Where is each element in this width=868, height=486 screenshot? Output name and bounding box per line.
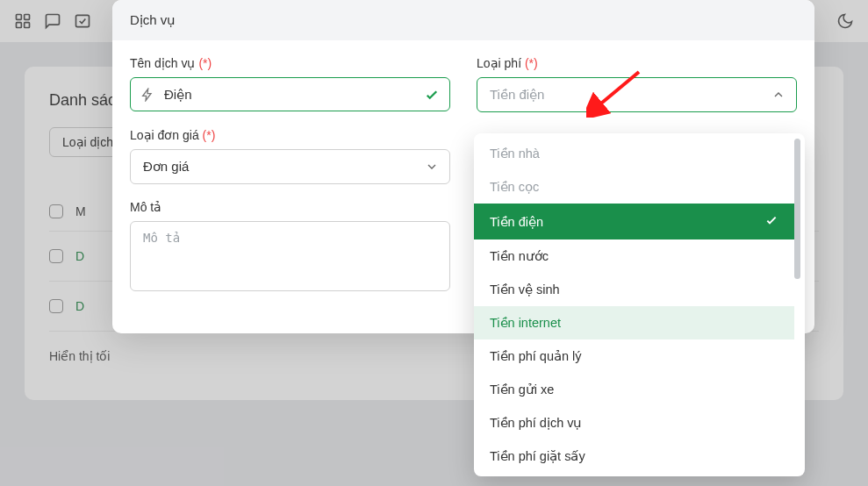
label-text: Tên dịch vụ <box>130 56 195 70</box>
fee-type-dropdown: Tiền nhàTiền cọcTiền điệnTiền nướcTiền v… <box>474 133 805 476</box>
dropdown-scrollbar[interactable] <box>794 139 802 471</box>
dropdown-option[interactable]: Tiền internet <box>474 306 794 339</box>
service-name-label: Tên dịch vụ (*) <box>130 56 450 70</box>
option-label: Tiền vệ sinh <box>490 282 560 297</box>
dropdown-option[interactable]: Tiền phí quản lý <box>474 339 794 373</box>
dropdown-option: Tiền cọc <box>474 170 794 204</box>
dropdown-option[interactable]: Tiền phí dịch vụ <box>474 406 794 440</box>
option-label: Tiền nhà <box>490 147 540 161</box>
modal-title: Dịch vụ <box>112 0 814 40</box>
service-name-field: Tên dịch vụ (*) <box>130 56 450 112</box>
unit-price-label: Loại đơn giá (*) <box>130 128 450 142</box>
dropdown-option[interactable]: Tiền nước <box>474 239 794 273</box>
option-label: Tiền nước <box>490 249 549 263</box>
option-label: Tiền phí quản lý <box>490 349 582 363</box>
label-text: Loại đơn giá <box>130 128 199 142</box>
option-label: Tiền điện <box>490 215 543 229</box>
dropdown-option: Tiền nhà <box>474 137 794 170</box>
option-label: Tiền phí giặt sấy <box>490 449 585 463</box>
chevron-up-icon <box>771 88 786 102</box>
option-label: Tiền gửi xe <box>490 382 554 397</box>
dropdown-option[interactable]: Tiền phí giặt sấy <box>474 440 794 473</box>
select-value-text: Đơn giá <box>143 159 189 174</box>
unit-price-select[interactable]: Đơn giá <box>130 149 450 184</box>
option-label: Tiền phí dịch vụ <box>490 416 582 430</box>
required-mark: (*) <box>525 56 538 70</box>
dropdown-option[interactable]: Tiền điện <box>474 204 794 239</box>
unit-price-field: Loại đơn giá (*) Đơn giá <box>130 128 450 184</box>
service-name-input[interactable] <box>130 77 450 111</box>
check-icon <box>764 213 778 230</box>
dropdown-list: Tiền nhàTiền cọcTiền điệnTiền nướcTiền v… <box>474 133 794 476</box>
dropdown-option[interactable]: Tiền gửi xe <box>474 373 794 406</box>
option-label: Tiền internet <box>490 316 561 330</box>
description-label: Mô tả <box>130 200 450 214</box>
required-mark: (*) <box>198 56 212 70</box>
fee-type-select[interactable]: Tiền điện <box>477 77 797 112</box>
select-placeholder-text: Tiền điện <box>490 87 544 102</box>
chevron-down-icon <box>425 160 439 174</box>
label-text: Loại phí <box>477 56 521 70</box>
required-mark: (*) <box>203 128 216 142</box>
dropdown-option[interactable]: Tiền vệ sinh <box>474 273 794 306</box>
description-field: Mô tả <box>130 200 450 295</box>
scrollbar-thumb[interactable] <box>794 139 800 279</box>
option-label: Tiền cọc <box>490 180 539 194</box>
check-icon <box>424 87 440 103</box>
lightning-icon <box>140 88 154 102</box>
fee-type-label: Loại phí (*) <box>477 56 797 70</box>
fee-type-field: Loại phí (*) Tiền điện <box>477 56 797 112</box>
description-textarea[interactable] <box>130 221 450 291</box>
